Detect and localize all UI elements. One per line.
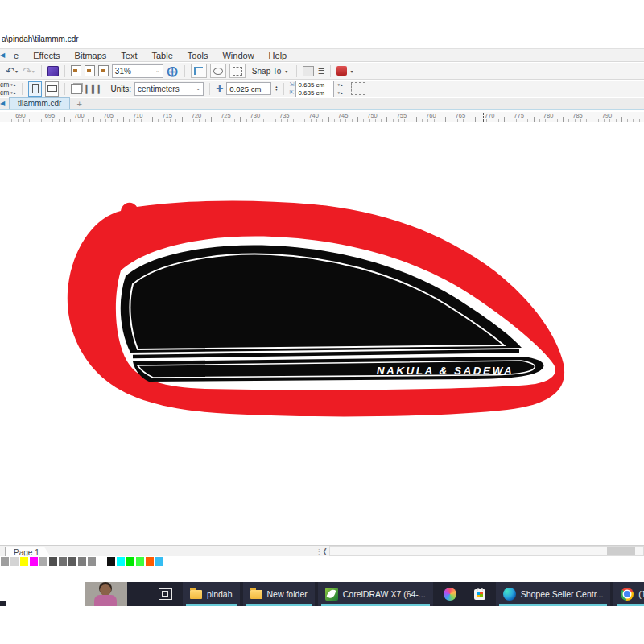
taskbar-item[interactable]: pindah bbox=[183, 582, 240, 606]
menu-item-effects[interactable]: Effects bbox=[26, 51, 67, 60]
taskbar-item[interactable] bbox=[436, 582, 464, 606]
scrollbar-left-arrow-icon[interactable]: ❬ bbox=[322, 547, 328, 555]
current-page-icon[interactable]: ▎▍▎ bbox=[85, 85, 104, 93]
all-pages-icon[interactable] bbox=[71, 84, 82, 94]
taskbar-item[interactable]: CorelDRAW X7 (64-... bbox=[318, 582, 433, 606]
taskbar-item-label: CorelDRAW X7 (64-... bbox=[343, 589, 426, 599]
menu-item-bitmaps[interactable]: Bitmaps bbox=[68, 51, 114, 60]
zoom-level-combobox[interactable]: 31% ⌄ bbox=[112, 64, 163, 78]
ruler-tick-label: 790 bbox=[602, 112, 613, 119]
fullscreen-preview-icon[interactable]: ⨁ bbox=[167, 64, 179, 78]
drawing-canvas[interactable]: NAKULA & SADEWA bbox=[0, 122, 644, 544]
palette-swatch[interactable] bbox=[97, 556, 106, 567]
chevron-down-icon[interactable]: ▾ bbox=[351, 68, 353, 74]
spinner-icon[interactable]: ▾▴ bbox=[337, 90, 343, 95]
chevron-down-icon[interactable]: ⌄ bbox=[196, 85, 200, 92]
palette-swatch[interactable] bbox=[155, 556, 164, 567]
palette-swatch[interactable] bbox=[0, 556, 10, 567]
menu-item-file[interactable]: e bbox=[6, 51, 26, 60]
tank-text: NAKULA & SADEWA bbox=[377, 365, 514, 377]
horizontal-scrollbar[interactable] bbox=[329, 546, 644, 556]
import-icon[interactable] bbox=[71, 65, 81, 76]
show-rulers-button[interactable] bbox=[191, 64, 207, 78]
duplicate-y-icon: ⇱ bbox=[290, 89, 295, 96]
ruler-tick-label: 750 bbox=[367, 112, 378, 119]
menu-item-window[interactable]: Window bbox=[215, 51, 261, 60]
menu-item-text[interactable]: Text bbox=[114, 51, 144, 60]
palette-swatch[interactable] bbox=[106, 556, 116, 567]
palette-swatch[interactable] bbox=[29, 556, 39, 567]
width-unit-label: cm bbox=[0, 80, 9, 89]
landscape-icon bbox=[47, 85, 57, 92]
horizontal-ruler[interactable]: 6906957007057107157207257307357407457507… bbox=[0, 112, 644, 122]
scrollbar-thumb[interactable] bbox=[607, 547, 635, 555]
menu-item-table[interactable]: Table bbox=[145, 51, 180, 60]
palette-swatch[interactable] bbox=[126, 556, 135, 567]
palette-swatch[interactable] bbox=[19, 556, 29, 567]
taskbar-item[interactable]: (155) WhatsApp - G... bbox=[613, 582, 644, 606]
palette-swatch[interactable] bbox=[77, 556, 87, 567]
redo-button[interactable]: ↷▾ bbox=[22, 64, 35, 78]
menu-item-tools[interactable]: Tools bbox=[180, 51, 216, 60]
object-height-field[interactable]: cm▾▴ bbox=[0, 89, 16, 97]
palette-swatch[interactable] bbox=[48, 556, 58, 567]
palette-swatch[interactable] bbox=[145, 556, 155, 567]
object-width-field[interactable]: cm▾▴ bbox=[0, 81, 16, 89]
page-navigator-bar: Page 1 ⋮ ❬ bbox=[0, 545, 644, 556]
duplicate-y-field[interactable]: 0.635 cm bbox=[295, 89, 334, 97]
show-guidelines-button[interactable] bbox=[229, 64, 246, 78]
show-grid-button[interactable] bbox=[210, 64, 226, 78]
property-bar: cm▾▴ cm▾▴ ▎▍▎ Units: centimeters ⌄ ✚ 0.0… bbox=[0, 80, 644, 97]
ruler-tick-label: 755 bbox=[397, 112, 407, 119]
undo-button[interactable]: ↶▾ bbox=[5, 64, 19, 78]
chevron-down-icon[interactable]: ▾ bbox=[32, 68, 35, 74]
ruler-tick-label: 710 bbox=[133, 112, 143, 119]
palette-swatch[interactable] bbox=[87, 556, 97, 567]
taskbar-item[interactable]: Shopee Seller Centr... bbox=[496, 582, 611, 606]
taskbar-item[interactable]: New folder bbox=[243, 582, 315, 606]
welcome-screen-icon[interactable] bbox=[336, 66, 347, 76]
splitter-handle-icon[interactable]: ⋮ bbox=[316, 548, 322, 555]
units-value: centimeters bbox=[138, 85, 180, 93]
palette-swatch[interactable] bbox=[39, 556, 48, 567]
landscape-orientation-button[interactable] bbox=[45, 81, 59, 97]
avatar[interactable] bbox=[85, 582, 127, 606]
chevron-down-icon[interactable]: ▾ bbox=[285, 68, 287, 74]
nudge-offset-field[interactable]: 0.025 cm bbox=[226, 82, 271, 95]
snap-to-dropdown[interactable]: Snap To ▾ bbox=[249, 64, 291, 78]
taskbar-item[interactable] bbox=[151, 582, 180, 606]
scroll-left-icon[interactable]: ◀ bbox=[0, 100, 6, 107]
palette-swatch[interactable] bbox=[68, 556, 77, 567]
options-icon[interactable] bbox=[303, 66, 314, 76]
chevron-down-icon[interactable]: ⌄ bbox=[155, 68, 160, 74]
spinner-icon[interactable]: ▾▴ bbox=[10, 82, 16, 87]
taskbar-item[interactable] bbox=[467, 582, 493, 606]
spinner-icon[interactable]: ▾▴ bbox=[10, 90, 16, 95]
palette-swatch[interactable] bbox=[135, 556, 145, 567]
nudge-offset-icon: ✚ bbox=[216, 84, 223, 94]
treat-as-filled-button[interactable] bbox=[351, 82, 365, 95]
spinner-icon[interactable]: ▾▴ bbox=[337, 82, 343, 87]
redo-icon: ↷ bbox=[23, 66, 31, 76]
units-dropdown[interactable]: centimeters ⌄ bbox=[134, 82, 204, 96]
menu-item-help[interactable]: Help bbox=[262, 51, 295, 60]
document-tab-active[interactable]: tilammm.cdr bbox=[9, 97, 70, 109]
palette-swatch[interactable] bbox=[116, 556, 126, 567]
settings-sliders-icon[interactable]: ≣ bbox=[317, 66, 324, 76]
export-icon[interactable] bbox=[85, 65, 95, 76]
scroll-left-icon[interactable]: ◀ bbox=[0, 52, 6, 59]
new-tab-button[interactable]: + bbox=[76, 99, 81, 109]
height-unit-label: cm bbox=[0, 89, 9, 97]
units-label: Units: bbox=[110, 85, 131, 93]
palette-swatch[interactable] bbox=[10, 556, 19, 567]
stepper-icon[interactable]: ▴▾ bbox=[275, 85, 277, 92]
chevron-down-icon[interactable]: ▾ bbox=[15, 68, 18, 74]
publish-pdf-icon[interactable] bbox=[98, 65, 109, 76]
palette-swatch[interactable] bbox=[58, 556, 68, 567]
application-launcher-icon[interactable] bbox=[47, 66, 59, 76]
windows-taskbar: pindahNew folderCorelDRAW X7 (64-...Shop… bbox=[0, 582, 644, 606]
fuel-tank-artwork[interactable]: NAKULA & SADEWA bbox=[56, 196, 578, 431]
ruler-tick-label: 700 bbox=[74, 112, 85, 119]
portrait-orientation-button[interactable] bbox=[28, 81, 42, 97]
copilot-icon bbox=[444, 588, 456, 601]
